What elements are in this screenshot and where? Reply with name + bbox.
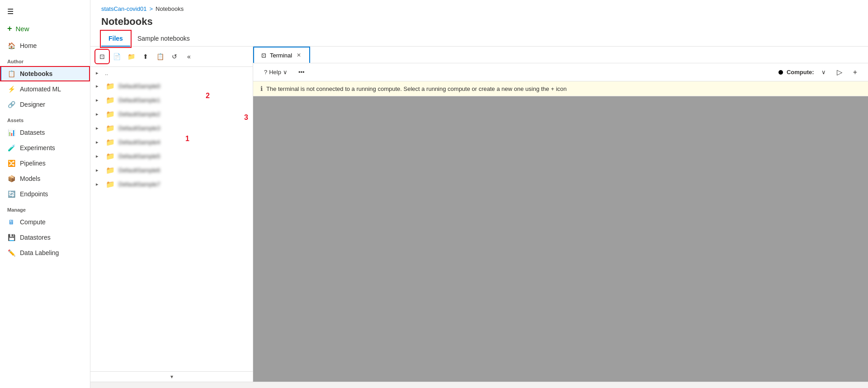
file-name: DefaultSample3 — [118, 125, 247, 132]
list-item[interactable]: ▸ 📁 DefaultSample1 — [90, 93, 253, 107]
sidebar-item-automated-ml[interactable]: ⚡ Automated ML — [0, 81, 90, 97]
experiments-icon: 🧪 — [7, 144, 15, 152]
sidebar-item-data-labeling[interactable]: ✏️ Data Labeling — [0, 245, 90, 260]
models-icon: 📦 — [7, 175, 15, 183]
sidebar-item-notebooks[interactable]: 📋 Notebooks — [0, 66, 90, 81]
file-explorer: ⊡ 📄 📁 ⬆ 📋 ↺ « — [90, 47, 253, 382]
sidebar-item-endpoints[interactable]: 🔄 Endpoints — [0, 186, 90, 202]
folder-icon: 📁 — [106, 110, 115, 118]
refresh-icon: ↺ — [172, 53, 177, 60]
run-icon: ▷ — [837, 68, 842, 76]
new-label: New — [16, 25, 29, 33]
sidebar-item-label: Experiments — [20, 144, 55, 151]
sidebar-item-home[interactable]: 🏠 Home — [0, 38, 90, 53]
sidebar-item-label: Pipelines — [20, 160, 46, 167]
files-area: 1 2 3 ⊡ 📄 📁 ⬆ 📋 — [90, 47, 868, 382]
new-folder-button[interactable]: 📁 — [125, 50, 137, 63]
page-title: Notebooks — [90, 14, 868, 31]
sidebar-item-label: Datastores — [20, 234, 51, 241]
list-item[interactable]: ▸ 📁 DefaultSample2 — [90, 107, 253, 121]
hamburger-icon: ☰ — [7, 8, 14, 15]
add-compute-button[interactable]: + — [849, 66, 861, 78]
upload-icon: ⬆ — [143, 53, 148, 60]
list-item[interactable]: ▸ 📁 DefaultSample5 — [90, 149, 253, 163]
help-icon: ? — [264, 69, 267, 76]
sidebar-item-label: Endpoints — [20, 190, 48, 198]
pipelines-icon: 🔀 — [7, 159, 15, 167]
new-file-button[interactable]: 📄 — [110, 50, 123, 63]
sidebar-item-experiments[interactable]: 🧪 Experiments — [0, 140, 90, 156]
upload-button[interactable]: ⬆ — [139, 50, 152, 63]
automated-ml-icon: ⚡ — [7, 85, 15, 93]
folder-icon: 📁 — [106, 82, 115, 90]
parent-dir: .. — [105, 70, 108, 76]
notebooks-icon: 📋 — [7, 70, 15, 78]
sidebar-item-pipelines[interactable]: 🔀 Pipelines — [0, 156, 90, 171]
row-chevron: ▸ — [96, 167, 102, 173]
help-button[interactable]: ? Help ∨ — [260, 67, 291, 77]
folder-icon: 📁 — [106, 180, 115, 189]
sidebar-item-label: Home — [20, 42, 37, 49]
breadcrumb-separator: > — [149, 5, 153, 12]
designer-icon: 🔗 — [7, 100, 15, 109]
sidebar-item-models[interactable]: 📦 Models — [0, 171, 90, 186]
compute-dropdown-button[interactable]: ∨ — [818, 67, 830, 77]
file-name: DefaultSample7 — [118, 181, 247, 188]
refresh-button[interactable]: ↺ — [168, 50, 181, 63]
terminal-body[interactable] — [253, 96, 868, 382]
warning-message: The terminal is not connected to a runni… — [266, 85, 567, 92]
new-button[interactable]: + New — [0, 19, 90, 38]
more-options-button[interactable]: ••• — [295, 67, 308, 77]
breadcrumb: statsCan-covid01 > Notebooks — [90, 0, 868, 14]
home-icon: 🏠 — [7, 42, 15, 50]
sidebar-item-label: Designer — [20, 101, 45, 108]
file-name: DefaultSample0 — [118, 83, 247, 90]
folder-icon: 📁 — [106, 138, 115, 147]
plus-icon: + — [7, 24, 12, 33]
breadcrumb-current: Notebooks — [156, 5, 184, 12]
sidebar-item-designer[interactable]: 🔗 Designer — [0, 97, 90, 112]
clone-button[interactable]: 📋 — [154, 50, 166, 63]
annotation-2: 2 — [206, 92, 210, 100]
annotation-3: 3 — [244, 114, 248, 122]
scroll-down-icon: ▾ — [170, 374, 173, 380]
compute-label: Compute: — [787, 69, 814, 76]
file-list-header: ▸ .. — [90, 67, 253, 79]
collapse-icon: « — [187, 53, 191, 60]
list-item[interactable]: ▸ 📁 DefaultSample6 — [90, 163, 253, 177]
sidebar-item-label: Datasets — [20, 129, 45, 136]
hamburger-menu[interactable]: ☰ — [0, 0, 90, 19]
terminal-toolbar: ? Help ∨ ••• Compute: ∨ ▷ — [253, 63, 868, 81]
terminal-warning-banner: ℹ The terminal is not connected to a run… — [253, 81, 868, 96]
sidebar-item-compute[interactable]: 🖥 Compute — [0, 214, 90, 230]
info-icon: ℹ — [260, 85, 263, 92]
breadcrumb-project[interactable]: statsCan-covid01 — [101, 5, 146, 12]
run-button[interactable]: ▷ — [833, 66, 846, 78]
folder-icon: 📁 — [106, 166, 115, 175]
manage-section: Manage — [0, 202, 90, 214]
tab-sample-notebooks[interactable]: Sample notebooks — [130, 31, 197, 47]
assets-section: Assets — [0, 112, 90, 125]
tab-files[interactable]: Files — [101, 31, 130, 47]
sidebar: ☰ + New 🏠 Home Author 📋 Notebooks ⚡ Auto… — [0, 0, 90, 388]
open-terminal-button[interactable]: ⊡ — [96, 50, 108, 63]
file-list[interactable]: ▸ .. ▸ 📁 DefaultSample0 ▸ 📁 DefaultSampl… — [90, 67, 253, 371]
collapse-button[interactable]: « — [183, 50, 195, 63]
terminal-close-button[interactable]: ✕ — [296, 51, 302, 59]
row-chevron: ▸ — [96, 139, 102, 145]
folder-icon: 📁 — [106, 96, 115, 104]
help-label: Help — [269, 69, 281, 76]
sidebar-item-label: Data Labeling — [20, 249, 59, 256]
row-chevron: ▸ — [96, 111, 102, 117]
list-item[interactable]: ▸ 📁 DefaultSample0 — [90, 79, 253, 93]
sidebar-item-datasets[interactable]: 📊 Datasets — [0, 125, 90, 140]
tabs-bar: Files Sample notebooks — [90, 31, 868, 47]
author-section: Author — [0, 53, 90, 66]
list-item[interactable]: ▸ 📁 DefaultSample4 — [90, 135, 253, 149]
sidebar-item-datastores[interactable]: 💾 Datastores — [0, 230, 90, 245]
datastores-icon: 💾 — [7, 233, 15, 241]
new-folder-icon: 📁 — [127, 53, 135, 60]
list-item[interactable]: ▸ 📁 DefaultSample7 — [90, 177, 253, 191]
list-item[interactable]: ▸ 📁 DefaultSample3 — [90, 121, 253, 135]
terminal-tab[interactable]: ⊡ Terminal ✕ — [253, 47, 310, 63]
